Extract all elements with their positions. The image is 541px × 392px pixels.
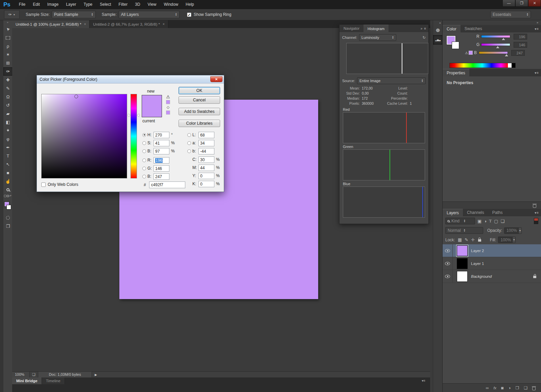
close-button[interactable]: ✕ [528, 0, 541, 7]
panel-menu-icon[interactable]: ▾≡ [535, 27, 539, 31]
quick-mask-button[interactable] [3, 214, 13, 222]
kind-filter-dropdown[interactable]: Kind ▲▼ [445, 218, 475, 224]
panel-menu-icon[interactable]: ▾≡ [535, 71, 539, 75]
link-layers-icon[interactable]: ∞ [486, 386, 489, 390]
tab-navigator[interactable]: Navigator [339, 25, 363, 32]
color-spectrum-ramp[interactable] [449, 63, 516, 68]
lock-all-icon[interactable] [478, 239, 481, 242]
opacity-field[interactable]: 100%▼ [504, 227, 522, 234]
menu-select[interactable]: Select [96, 0, 115, 9]
radio-b[interactable] [142, 175, 146, 178]
histogram-panel-icon[interactable]: ▂▅▃ [433, 35, 443, 45]
panel-menu-icon[interactable]: ▾≡ [422, 377, 425, 384]
eyedropper-tool[interactable]: ✑ [3, 67, 13, 76]
workspace-dropdown[interactable]: Essentials ▲▼ [490, 11, 531, 18]
tab-color[interactable]: Color [443, 25, 461, 32]
menu-file[interactable]: File [15, 0, 29, 9]
eye-cell[interactable] [443, 244, 453, 257]
gamut-warning-icon[interactable]: ⚠ [166, 95, 170, 99]
only-web-colors-checkbox[interactable] [41, 182, 46, 187]
brush-tool[interactable]: ✎ [3, 84, 13, 93]
trash-icon[interactable] [533, 204, 536, 208]
field-input-y[interactable]: 0 [198, 173, 214, 179]
slider-value-r[interactable]: 196 [514, 34, 527, 40]
tab-swatches[interactable]: Swatches [461, 25, 486, 32]
slider-track-b[interactable] [479, 51, 508, 54]
field-input-s[interactable]: 41 [154, 140, 169, 146]
zoom-level-field[interactable]: 100% [12, 372, 30, 378]
eye-cell[interactable] [443, 270, 453, 283]
slider-value-b[interactable]: 247 [511, 50, 525, 56]
new-group-icon[interactable]: ❒ [515, 386, 519, 390]
restore-button[interactable]: ❐ [515, 0, 528, 7]
background-color-swatch[interactable] [452, 42, 459, 49]
web-safe-cube-icon[interactable]: ◇ [167, 105, 169, 109]
new-layer-icon[interactable]: ❏ [524, 386, 527, 390]
tab-histogram[interactable]: Histogram [363, 25, 389, 32]
radio-a[interactable] [187, 141, 191, 145]
field-input-r[interactable]: 196 [154, 157, 169, 164]
slider-thumb-r[interactable] [502, 38, 505, 40]
fill-field[interactable]: 100%▼ [498, 237, 516, 243]
hex-field[interactable]: c492f7 [149, 181, 185, 188]
gradient-tool[interactable]: ◧ [3, 118, 13, 126]
source-dropdown[interactable]: Entire Image ▲▼ [357, 77, 426, 84]
show-sampling-ring-checkbox[interactable]: ✓ [187, 13, 191, 17]
field-input-h[interactable]: 270 [154, 132, 169, 138]
slider-value-g[interactable]: 146 [514, 42, 527, 48]
menu-image[interactable]: Image [44, 0, 62, 9]
filter-pixel-layers-icon[interactable]: ▣ [477, 219, 481, 224]
tab-timeline[interactable]: Timeline [42, 377, 65, 384]
field-input-g[interactable]: 146 [154, 165, 169, 172]
quick-selection-tool[interactable]: ✶ [3, 50, 13, 59]
delete-layer-icon[interactable] [532, 387, 536, 390]
move-tool[interactable]: ➤ [3, 25, 13, 33]
slider-track-r[interactable] [481, 35, 510, 38]
visibility-eye-icon[interactable] [445, 249, 450, 252]
dialog-close-button[interactable]: ✕ [210, 76, 222, 82]
add-layer-mask-icon[interactable]: ◙ [501, 386, 503, 390]
filter-toggle-switch[interactable] [534, 218, 538, 224]
panel-menu-icon[interactable]: ≡ [424, 27, 426, 30]
tool-preset-dropdown[interactable]: ✑ ▼ [4, 10, 20, 19]
white-swatch[interactable] [508, 63, 512, 68]
web-safe-color-swatch[interactable] [166, 111, 170, 115]
eraser-tool[interactable]: ▰ [3, 109, 13, 118]
crop-tool[interactable]: ⊞ [3, 59, 13, 67]
filter-adjustment-layers-icon[interactable]: ◑ [484, 219, 487, 224]
field-input-l[interactable]: 68 [198, 132, 214, 138]
radio-s[interactable] [142, 141, 146, 145]
black-swatch[interactable] [512, 63, 515, 68]
ok-button[interactable]: OK [179, 87, 220, 94]
menu-type[interactable]: Type [80, 0, 96, 9]
shape-tool[interactable]: ■ [3, 169, 13, 177]
default-swatches-icon[interactable]: ↶ [3, 194, 12, 198]
radio-r[interactable] [142, 158, 146, 162]
status-arrow-icon[interactable]: ▶ [92, 373, 100, 376]
field-input-a[interactable]: 34 [198, 140, 214, 146]
tab-layers[interactable]: Layers [443, 209, 463, 216]
channel-dropdown[interactable]: Luminosity ▲▼ [359, 34, 396, 41]
hue-slider[interactable] [131, 94, 137, 178]
panel-menu-icon[interactable]: ▾≡ [535, 211, 539, 215]
blur-tool[interactable]: ♠ [3, 126, 13, 135]
layer-row-layer-2[interactable]: Layer 2 [443, 244, 541, 257]
menu-window[interactable]: Window [160, 0, 182, 9]
new-adjustment-layer-icon[interactable]: ◑ [508, 386, 511, 390]
navigator-panel-icon[interactable]: ☸ [433, 26, 443, 35]
field-input-b[interactable]: 247 [154, 173, 169, 180]
field-input-m[interactable]: 44 [198, 165, 214, 171]
filter-type-layers-icon[interactable]: T [489, 218, 492, 224]
history-brush-tool[interactable]: ↺ [3, 101, 13, 109]
dodge-tool[interactable]: φ [3, 135, 13, 143]
slider-thumb-b[interactable] [505, 54, 508, 56]
layer-effects-icon[interactable]: fx [493, 386, 496, 390]
path-selection-tool[interactable]: ↖ [3, 160, 13, 169]
field-input-c[interactable]: 30 [198, 156, 214, 163]
visibility-eye-icon[interactable] [445, 275, 450, 278]
tab-paths[interactable]: Paths [488, 209, 507, 216]
zoom-tool[interactable] [3, 186, 13, 194]
menu-filter[interactable]: Filter [115, 0, 132, 9]
layer-thumbnail[interactable] [457, 271, 468, 282]
filter-smart-object-icon[interactable]: ❏ [500, 219, 504, 224]
